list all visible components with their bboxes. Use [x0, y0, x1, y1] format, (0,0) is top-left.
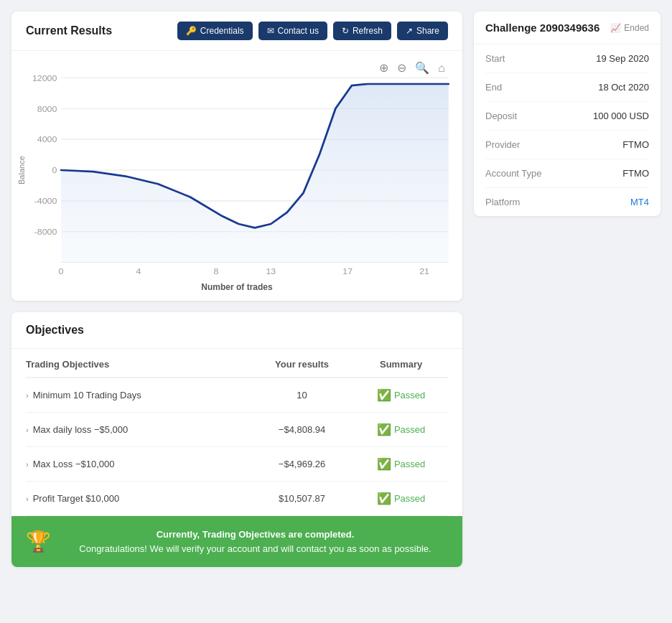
check-circle-icon: ✅ — [377, 492, 391, 505]
obj-name-cell: › Max Loss −$10,000 — [26, 447, 250, 482]
svg-text:4000: 4000 — [37, 135, 57, 145]
chart-svg: 12000 8000 4000 0 -4000 -8000 0 4 8 13 1… — [29, 62, 457, 278]
challenge-row: Deposit 100 000 USD — [485, 102, 649, 131]
banner-line2: Congratulations! We will verify your acc… — [79, 543, 431, 554]
obj-result-cell: 10 — [250, 378, 354, 413]
right-column: Challenge 2090349636 📈 Ended Start 19 Se… — [474, 11, 661, 567]
challenge-value: 100 000 USD — [593, 111, 649, 121]
challenge-value: FTMO — [622, 139, 649, 150]
svg-text:4: 4 — [136, 266, 141, 276]
check-circle-icon: ✅ — [377, 457, 391, 471]
obj-label: Profit Target $10,000 — [33, 493, 119, 504]
chevron-right-icon: › — [26, 460, 29, 469]
svg-text:8000: 8000 — [37, 104, 57, 114]
passed-badge: ✅ Passed — [377, 492, 425, 505]
challenge-header: Challenge 2090349636 📈 Ended — [474, 11, 661, 44]
challenge-key: Deposit — [485, 111, 517, 121]
share-button[interactable]: ↗ Share — [397, 22, 448, 40]
passed-label: Passed — [394, 424, 425, 435]
objectives-table-wrapper: Trading Objectives Your results Summary … — [11, 349, 462, 516]
col-summary: Summary — [354, 349, 448, 378]
svg-text:-8000: -8000 — [34, 227, 57, 237]
obj-result-cell: $10,507.87 — [250, 482, 354, 516]
challenge-row: Platform MT4 — [485, 188, 649, 216]
challenge-key: Provider — [485, 139, 520, 150]
chevron-right-icon: › — [26, 495, 29, 503]
chart-wrapper: Balance 12000 — [17, 62, 457, 278]
svg-text:-4000: -4000 — [34, 196, 57, 206]
objectives-card: Objectives Trading Objectives Your resul… — [11, 312, 462, 567]
refresh-button[interactable]: ↻ Refresh — [333, 22, 391, 40]
challenge-row: Start 19 Sep 2020 — [485, 44, 649, 73]
status-label: Ended — [624, 23, 649, 33]
chart-zoom-controls: ⊕ ⊖ 🔍 ⌂ — [376, 60, 448, 76]
passed-label: Passed — [394, 459, 425, 469]
challenge-key: End — [485, 82, 502, 93]
zoom-out-button[interactable]: ⊖ — [394, 60, 409, 76]
svg-text:13: 13 — [266, 266, 276, 276]
col-trading-objectives: Trading Objectives — [26, 349, 250, 378]
banner-text: Currently, Trading Objectives are comple… — [62, 528, 448, 556]
x-axis-label: Number of trades — [201, 282, 272, 292]
challenge-value: 18 Oct 2020 — [598, 82, 649, 93]
challenge-rows: Start 19 Sep 2020 End 18 Oct 2020 Deposi… — [474, 44, 661, 216]
objectives-table: Trading Objectives Your results Summary … — [26, 349, 448, 516]
passed-badge: ✅ Passed — [377, 457, 425, 471]
table-row[interactable]: › Minimum 10 Trading Days 10 ✅ Passed — [26, 378, 448, 413]
challenge-row: Account Type FTMO — [485, 159, 649, 188]
obj-result-cell: −$4,808.94 — [250, 413, 354, 447]
refresh-icon: ↻ — [342, 26, 349, 36]
challenge-key: Platform — [485, 197, 520, 207]
challenge-key: Start — [485, 53, 505, 64]
challenge-value[interactable]: MT4 — [630, 197, 649, 207]
chevron-right-icon: › — [26, 426, 29, 434]
table-row[interactable]: › Max daily loss −$5,000 −$4,808.94 ✅ Pa… — [26, 413, 448, 447]
obj-label: Minimum 10 Trading Days — [33, 390, 141, 400]
zoom-fit-button[interactable]: 🔍 — [412, 60, 432, 76]
y-axis-label: Balance — [17, 62, 26, 278]
svg-text:0: 0 — [52, 166, 57, 176]
passed-badge: ✅ Passed — [377, 423, 425, 436]
credentials-button[interactable]: 🔑 Credentials — [177, 22, 253, 40]
banner-line1: Currently, Trading Objectives are comple… — [62, 528, 448, 542]
svg-text:0: 0 — [59, 266, 64, 276]
chart-container: ⊕ ⊖ 🔍 ⌂ Balance — [11, 51, 462, 301]
contact-icon: ✉ — [267, 26, 274, 36]
chart-icon: 📈 — [610, 23, 621, 33]
obj-label: Max Loss −$10,000 — [33, 459, 115, 469]
col-your-results: Your results — [250, 349, 354, 378]
zoom-in-button[interactable]: ⊕ — [376, 60, 391, 76]
passed-label: Passed — [394, 493, 425, 504]
chevron-right-icon: › — [26, 391, 29, 400]
obj-name-cell: › Max daily loss −$5,000 — [26, 413, 250, 447]
obj-summary-cell: ✅ Passed — [354, 413, 448, 447]
svg-text:12000: 12000 — [32, 73, 57, 83]
table-row[interactable]: › Profit Target $10,000 $10,507.87 ✅ Pas… — [26, 482, 448, 516]
obj-summary-cell: ✅ Passed — [354, 482, 448, 516]
obj-name-cell: › Minimum 10 Trading Days — [26, 378, 250, 413]
passed-label: Passed — [394, 390, 425, 400]
zoom-home-button[interactable]: ⌂ — [435, 60, 448, 76]
challenge-key: Account Type — [485, 168, 542, 179]
current-results-title: Current Results — [26, 24, 112, 37]
challenge-value: 19 Sep 2020 — [596, 53, 649, 64]
obj-summary-cell: ✅ Passed — [354, 378, 448, 413]
challenge-value: FTMO — [622, 168, 649, 179]
challenge-title: Challenge 2090349636 — [485, 22, 599, 34]
svg-text:17: 17 — [342, 266, 353, 276]
current-results-header: Current Results 🔑 Credentials ✉ Contact … — [11, 11, 462, 51]
credentials-icon: 🔑 — [186, 26, 197, 36]
x-axis-section: Number of trades — [17, 278, 457, 292]
trophy-icon: 🏆 — [26, 530, 51, 553]
challenge-row: End 18 Oct 2020 — [485, 73, 649, 102]
challenge-row: Provider FTMO — [485, 131, 649, 159]
challenge-card: Challenge 2090349636 📈 Ended Start 19 Se… — [474, 11, 661, 216]
obj-label: Max daily loss −$5,000 — [33, 424, 129, 435]
contact-us-button[interactable]: ✉ Contact us — [258, 22, 327, 40]
check-circle-icon: ✅ — [377, 423, 391, 436]
table-row[interactable]: › Max Loss −$10,000 −$4,969.26 ✅ Passed — [26, 447, 448, 482]
objectives-title: Objectives — [26, 324, 84, 336]
obj-name-cell: › Profit Target $10,000 — [26, 482, 250, 516]
obj-result-cell: −$4,969.26 — [250, 447, 354, 482]
chart-inner: 12000 8000 4000 0 -4000 -8000 0 4 8 13 1… — [29, 62, 457, 278]
